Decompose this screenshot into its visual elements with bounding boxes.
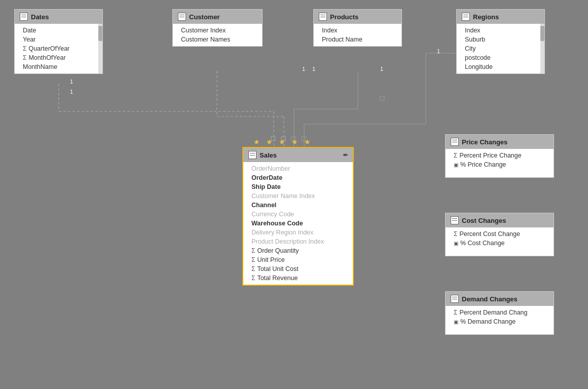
table-demand-changes-header: Demand Changes — [446, 292, 554, 306]
table-dates[interactable]: Dates Date Year ΣQuarterOfYear ΣMonthOfY… — [14, 9, 103, 74]
list-item: Index — [314, 26, 401, 35]
field-label: Product Name — [322, 36, 362, 43]
table-price-changes-header: Price Changes — [446, 135, 554, 149]
list-item: postcode — [457, 53, 544, 62]
field-label: OrderDate — [251, 174, 282, 181]
table-cost-changes[interactable]: Cost Changes ΣPercent Cost Change ▣% Cos… — [445, 213, 554, 256]
table-demand-changes[interactable]: Demand Changes ΣPercent Demand Chang ▣% … — [445, 291, 554, 335]
table-sales-header: Sales ✏ — [243, 148, 353, 162]
field-label: postcode — [465, 54, 491, 61]
field-label: Total Unit Cost — [257, 265, 298, 273]
field-label: Longitude — [465, 63, 493, 70]
table-icon — [319, 13, 327, 21]
list-item: ▣% Price Change — [446, 160, 554, 169]
table-icon — [451, 216, 459, 224]
table-icon — [20, 13, 28, 21]
edit-icon[interactable]: ✏ — [343, 152, 348, 159]
field-label: Unit Price — [257, 256, 284, 263]
table-regions-title: Regions — [473, 13, 499, 21]
list-item: Longitude — [457, 62, 544, 71]
table-products-body: Index Product Name — [314, 24, 401, 46]
sigma-icon: Σ — [23, 45, 26, 52]
table-customer[interactable]: Customer Customer Index Customer Names — [172, 9, 263, 47]
field-label: Year — [23, 36, 35, 43]
table-price-changes[interactable]: Price Changes ΣPercent Price Change ▣% P… — [445, 134, 554, 178]
field-label: MonthName — [23, 63, 57, 70]
list-item: Currency Code — [243, 210, 353, 219]
field-label: Percent Demand Chang — [459, 309, 527, 316]
svg-rect-16 — [380, 96, 384, 100]
field-label: Percent Cost Change — [459, 230, 520, 238]
field-label: Suburb — [465, 36, 485, 43]
tableref-icon: ▣ — [454, 162, 458, 168]
list-item: OrderDate — [243, 173, 353, 182]
list-item: ΣPercent Price Change — [446, 151, 554, 160]
list-item: ΣUnit Price — [243, 255, 353, 264]
list-item: ▣% Demand Change — [446, 317, 554, 326]
list-item: Year — [15, 35, 102, 44]
sigma-icon: Σ — [251, 247, 255, 254]
field-label: Customer Names — [181, 36, 230, 43]
field-label: Channel — [251, 202, 276, 209]
table-icon — [178, 13, 186, 21]
list-item: Customer Names — [173, 35, 262, 44]
list-item: OrderNumber — [243, 164, 353, 173]
list-item: Index — [457, 26, 544, 35]
field-label: Warehouse Code — [251, 220, 303, 227]
tableref-icon: ▣ — [454, 319, 458, 325]
list-item: ΣPercent Demand Chang — [446, 308, 554, 317]
table-icon — [451, 138, 459, 146]
list-item: Customer Index — [173, 26, 262, 35]
field-label: City — [465, 45, 476, 52]
field-label: Customer Index — [181, 27, 226, 34]
sigma-icon: Σ — [251, 265, 255, 273]
table-sales-title: Sales — [260, 151, 277, 159]
star-marker: ★ — [266, 138, 273, 146]
field-label: OrderNumber — [251, 165, 290, 172]
table-regions-header: Regions — [457, 10, 544, 24]
star-marker: ★ — [279, 138, 285, 146]
field-label: Index — [322, 27, 338, 34]
diagram-canvas: 1 1 1 1 1 1 Dates Date Year — [0, 0, 588, 389]
table-dates-header: Dates — [15, 10, 102, 24]
field-label: % Price Change — [460, 161, 506, 168]
list-item: Warehouse Code — [243, 219, 353, 228]
field-label: Index — [465, 27, 481, 34]
table-icon — [462, 13, 470, 21]
list-item: MonthName — [15, 62, 102, 71]
scrollbar-thumb — [98, 26, 102, 41]
table-price-changes-title: Price Changes — [462, 138, 507, 146]
table-products[interactable]: Products Index Product Name — [313, 9, 402, 47]
field-label: Percent Price Change — [459, 152, 521, 159]
sigma-icon: Σ — [454, 230, 457, 238]
list-item: ΣPercent Cost Change — [446, 229, 554, 239]
table-sales-body: OrderNumber OrderDate Ship Date Customer… — [243, 162, 353, 285]
list-item: ΣOrder Quantity — [243, 246, 353, 255]
table-demand-changes-body: ΣPercent Demand Chang ▣% Demand Change — [446, 306, 554, 334]
list-item: Date — [15, 26, 102, 35]
table-price-changes-body: ΣPercent Price Change ▣% Price Change — [446, 149, 554, 177]
list-item: ΣQuarterOfYear — [15, 44, 102, 53]
sigma-icon: Σ — [251, 256, 255, 263]
field-label: % Demand Change — [460, 318, 516, 325]
svg-text:1: 1 — [312, 66, 315, 72]
star-marker: ★ — [291, 138, 298, 146]
table-cost-changes-body: ΣPercent Cost Change ▣% Cost Change — [446, 227, 554, 256]
scrollbar[interactable] — [540, 24, 544, 73]
scrollbar[interactable] — [98, 24, 102, 73]
field-label: Date — [23, 27, 36, 34]
svg-text:1: 1 — [302, 66, 305, 72]
field-label: Total Revenue — [257, 275, 298, 282]
list-item: Customer Name Index — [243, 191, 353, 201]
list-item: ΣTotal Revenue — [243, 274, 353, 283]
table-sales[interactable]: Sales ✏ OrderNumber OrderDate Ship Date … — [242, 147, 354, 286]
svg-text:1: 1 — [70, 89, 73, 95]
table-demand-changes-title: Demand Changes — [462, 295, 518, 303]
list-item: ▣% Cost Change — [446, 239, 554, 248]
svg-text:1: 1 — [437, 48, 440, 54]
sigma-icon: Σ — [454, 309, 457, 316]
table-customer-body: Customer Index Customer Names — [173, 24, 262, 46]
table-regions[interactable]: Regions Index Suburb City postcode Longi… — [456, 9, 545, 74]
star-marker: ★ — [304, 138, 311, 146]
tableref-icon: ▣ — [454, 241, 458, 246]
